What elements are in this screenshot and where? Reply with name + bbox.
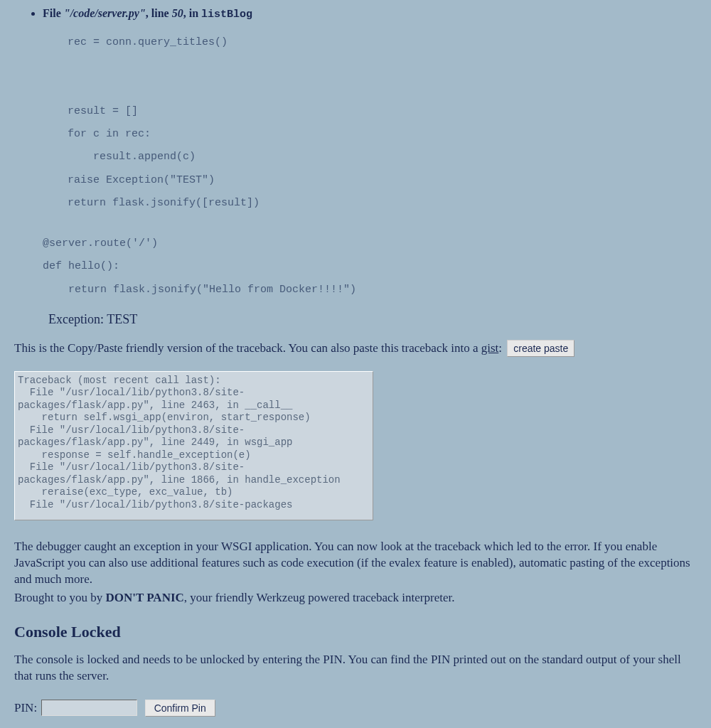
console-locked-text: The console is locked and needs to be un… xyxy=(14,652,697,685)
line-label: , line xyxy=(146,7,172,19)
frame-header: File "/code/server.py", line 50, in list… xyxy=(43,7,252,19)
exception-summary: Exception: TEST xyxy=(48,312,697,327)
copy-paste-intro: This is the Copy/Paste friendly version … xyxy=(14,340,697,357)
in-label: , in xyxy=(183,7,201,19)
source-code: rec = conn.query_titles() result = [] fo… xyxy=(68,31,697,215)
confirm-pin-button[interactable]: Confirm Pin xyxy=(145,700,215,717)
line-number: 50 xyxy=(172,7,183,19)
pin-label: PIN: xyxy=(14,701,37,714)
debugger-explanation: The debugger caught an exception in your… xyxy=(14,539,697,588)
source-code-continued: @server.route('/') def hello(): return f… xyxy=(43,232,697,301)
file-path: "/code/server.py" xyxy=(64,7,146,19)
copy-paste-text-pre: This is the Copy/Paste friendly version … xyxy=(14,341,481,355)
traceback-textarea[interactable] xyxy=(14,371,373,520)
pin-input[interactable] xyxy=(41,700,137,716)
console-locked-heading: Console Locked xyxy=(14,623,697,641)
create-paste-button[interactable]: create paste xyxy=(507,340,574,357)
brought-pre: Brought to you by xyxy=(14,591,105,604)
copy-paste-text-post: : xyxy=(498,341,505,355)
pin-row: PIN: Confirm Pin xyxy=(14,700,697,717)
file-label: File xyxy=(43,7,64,19)
dont-panic: DON'T PANIC xyxy=(105,591,183,604)
brought-post: , your friendly Werkzeug powered traceba… xyxy=(184,591,455,604)
function-name: listBlog xyxy=(201,9,252,21)
gist-link[interactable]: gist xyxy=(481,341,499,355)
traceback-frames: File "/code/server.py", line 50, in list… xyxy=(14,7,697,301)
frame-item: File "/code/server.py", line 50, in list… xyxy=(43,7,697,301)
brought-to-you: Brought to you by DON'T PANIC, your frie… xyxy=(14,591,697,605)
